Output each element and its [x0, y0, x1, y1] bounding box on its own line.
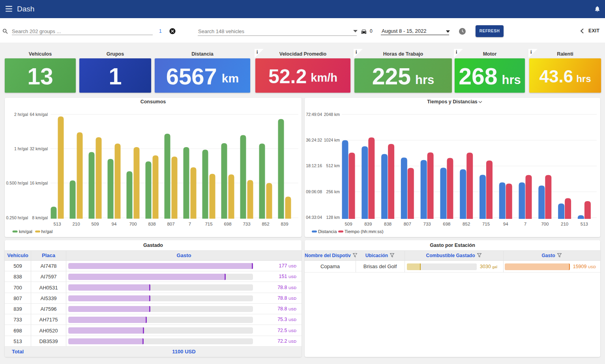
svg-text:94: 94 — [112, 222, 117, 226]
svg-text:839: 839 — [364, 222, 372, 226]
svg-text:513: 513 — [581, 222, 588, 226]
svg-text:698: 698 — [443, 222, 450, 226]
svg-text:72:49:04: 72:49:04 — [306, 112, 322, 117]
svg-text:210: 210 — [72, 222, 80, 226]
svg-text:700: 700 — [541, 222, 549, 226]
svg-text:852: 852 — [262, 222, 269, 226]
svg-text:km/gal: km/gal — [19, 229, 32, 234]
svg-text:807: 807 — [167, 222, 174, 226]
svg-text:839: 839 — [281, 222, 288, 226]
svg-text:Tiempo (hh:mm:ss): Tiempo (hh:mm:ss) — [345, 229, 384, 234]
svg-text:807: 807 — [404, 222, 411, 226]
svg-text:94: 94 — [503, 222, 508, 226]
svg-text:8 km/gal: 8 km/gal — [32, 215, 48, 220]
svg-text:715: 715 — [482, 222, 490, 226]
svg-text:2 hr/gal: 2 hr/gal — [14, 112, 28, 117]
svg-text:700: 700 — [129, 222, 137, 226]
svg-text:Tiempos y Distancias: Tiempos y Distancias — [427, 99, 478, 105]
svg-text:852: 852 — [463, 222, 470, 226]
svg-text:128 km: 128 km — [326, 215, 340, 220]
svg-text:Distancia: Distancia — [318, 229, 337, 234]
svg-text:210: 210 — [561, 222, 568, 226]
svg-text:733: 733 — [423, 222, 431, 226]
svg-text:715: 715 — [205, 222, 212, 226]
svg-text:733: 733 — [243, 222, 250, 226]
svg-text:7: 7 — [524, 222, 526, 226]
svg-text:36:24:32: 36:24:32 — [306, 138, 322, 142]
svg-text:256 km: 256 km — [326, 189, 340, 194]
svg-text:18:12:16: 18:12:16 — [306, 163, 322, 168]
svg-text:hr/gal: hr/gal — [41, 229, 53, 234]
svg-text:0.250 hr/gal: 0.250 hr/gal — [6, 215, 28, 220]
svg-text:0.500 hr/gal: 0.500 hr/gal — [6, 181, 28, 185]
svg-text:32 km/gal: 32 km/gal — [30, 146, 48, 151]
svg-text:1 hr/gal: 1 hr/gal — [14, 146, 28, 151]
svg-text:2048 km: 2048 km — [324, 112, 340, 117]
svg-text:512 km: 512 km — [326, 163, 340, 168]
svg-text:513: 513 — [53, 222, 61, 226]
svg-text:838: 838 — [148, 222, 155, 226]
svg-text:09:06:08: 09:06:08 — [306, 189, 322, 194]
svg-text:509: 509 — [345, 222, 352, 226]
svg-text:7: 7 — [189, 222, 191, 226]
svg-text:16 km/gal: 16 km/gal — [30, 181, 48, 185]
svg-text:64 km/gal: 64 km/gal — [30, 112, 48, 117]
svg-text:1024 km: 1024 km — [324, 138, 340, 142]
svg-text:509: 509 — [91, 222, 99, 226]
svg-text:838: 838 — [384, 222, 391, 226]
svg-text:Consumos: Consumos — [140, 99, 166, 105]
svg-text:04:33:04: 04:33:04 — [306, 215, 322, 220]
svg-text:698: 698 — [224, 222, 231, 226]
